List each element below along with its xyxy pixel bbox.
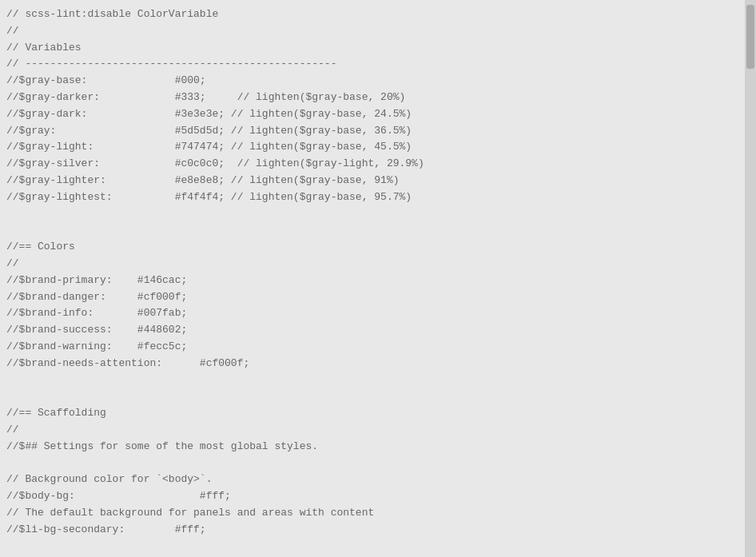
code-content: // scss-lint:disable ColorVariable // //… bbox=[0, 3, 745, 557]
scrollbar-thumb[interactable] bbox=[746, 5, 754, 69]
code-area[interactable]: // scss-lint:disable ColorVariable // //… bbox=[0, 0, 745, 557]
editor-container: // scss-lint:disable ColorVariable // //… bbox=[0, 0, 756, 557]
scrollbar[interactable] bbox=[745, 0, 756, 557]
